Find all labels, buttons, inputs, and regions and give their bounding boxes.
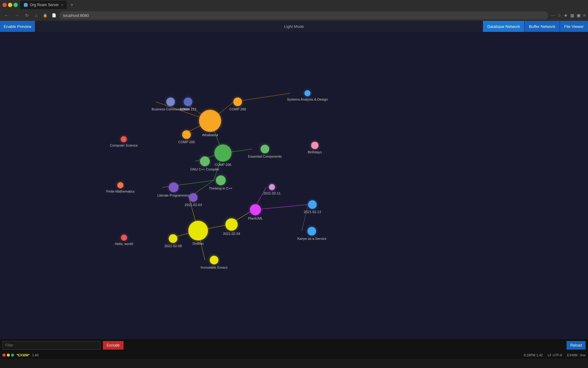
close-window-btn[interactable] (2, 3, 7, 7)
filter-input[interactable] (2, 341, 100, 350)
node-circle-immutable_emacs (210, 256, 218, 264)
refresh-button[interactable]: ↻ (23, 12, 31, 18)
browser-controls (2, 3, 18, 7)
node-birthdays[interactable]: Birthdays (308, 142, 322, 154)
node-label-athabasca: Athabasca (202, 133, 218, 137)
back-button[interactable]: ← (2, 12, 10, 18)
node-label-comp268: COMP 268 (229, 107, 246, 111)
home-button[interactable]: ⌂ (33, 12, 39, 18)
node-circle-comp268 (233, 98, 242, 106)
tab-close-btn[interactable]: × (61, 3, 63, 7)
maximize-window-btn[interactable] (13, 3, 18, 7)
node-athabasca[interactable]: Athabasca (199, 110, 221, 137)
status-mode: EXWM : line (567, 353, 586, 357)
node-business_comm[interactable]: Business Communication (152, 98, 190, 111)
url-input[interactable] (59, 11, 548, 19)
browser-titlebar: Org Roam Server × + (0, 0, 588, 10)
node-immutable_emacs[interactable]: Immutable Emacs (201, 256, 228, 269)
favorites-button[interactable]: ☆ (557, 13, 561, 18)
node-date_20210213[interactable]: 2021-02-13 (304, 200, 321, 214)
node-circle-date_20210208 (169, 234, 177, 243)
node-computer_science[interactable]: Computer Science (110, 136, 138, 147)
minimize-window-btn[interactable] (8, 3, 12, 7)
database-network-button[interactable]: Database Network (483, 21, 524, 32)
node-gnu_cpp[interactable]: GNU C++ Compiler (190, 156, 219, 171)
node-label-date_20210203: 2021-02-03 (185, 203, 202, 207)
node-hello_world[interactable]: Hello, world! (115, 235, 134, 246)
node-kanye[interactable]: Kanye as a Service (297, 227, 326, 240)
node-label-immutable_emacs: Immutable Emacs (201, 266, 228, 269)
tab-title: Org Roam Server (30, 3, 59, 7)
node-circle-essential_components (261, 145, 269, 153)
status-time: 8:18PM 1.42 (524, 353, 543, 357)
tab-favicon (24, 3, 28, 7)
app-toolbar: Enable Preview Light Mode Database Netwo… (0, 21, 588, 32)
node-circle-systems_analysis (304, 90, 311, 96)
node-label-date_20210211: 2021-02-11 (263, 191, 281, 195)
file-viewer-button[interactable]: File Viewer (560, 21, 588, 32)
node-label-essential_components: Essential Components (248, 155, 282, 158)
node-comp268[interactable]: COMP 268 (229, 98, 246, 111)
buffer-network-button[interactable]: Buffer Network (524, 21, 560, 32)
status-dot-red (2, 354, 6, 357)
node-date_20210208[interactable]: 2021-02-08 (164, 234, 182, 248)
exclude-button[interactable]: Exclude (103, 341, 123, 350)
node-label-computer_science: Computer Science (110, 144, 138, 147)
status-bar: *EXWM* 1 All 8:18PM 1.42 LF UTF-8 EXWM :… (0, 351, 588, 359)
sidebar-toggle-button[interactable]: ▦ (570, 13, 574, 18)
node-thinking_cpp[interactable]: Thinking in C++ (209, 175, 232, 190)
node-circle-comp200 (182, 130, 191, 139)
status-dot-green (11, 354, 14, 357)
node-circle-athabasca (199, 110, 221, 132)
node-systems_analysis[interactable]: Systems Analysis & Design (287, 90, 328, 101)
node-circle-finite_math (117, 182, 123, 188)
node-label-hello_world: Hello, world! (115, 242, 134, 246)
node-circle-gnu_cpp (200, 156, 210, 166)
node-essential_components[interactable]: Essential Components (248, 145, 282, 158)
graph-svg (0, 32, 588, 339)
workspace-name: *EXWM* (17, 353, 30, 357)
node-label-business_comm: Business Communication (152, 107, 190, 111)
light-mode-label: Light Mode (284, 24, 304, 29)
node-circle-birthdays (311, 142, 318, 149)
node-finite_math[interactable]: Finite Mathematics (106, 182, 134, 193)
star-button[interactable]: ★ (564, 13, 568, 18)
browser-menu-button[interactable]: ≡ (583, 13, 586, 18)
node-circle-date_20210204 (225, 218, 238, 231)
node-circle-date_20210203 (189, 193, 198, 202)
node-label-plantuml: PlantUML (248, 217, 263, 220)
status-dot-yellow (7, 354, 10, 357)
new-tab-button[interactable]: + (69, 2, 74, 8)
tab-manager-button[interactable]: ▣ (577, 13, 581, 18)
toolbar-nav-buttons: Database Network Buffer Network File Vie… (483, 21, 588, 32)
node-label-finite_math: Finite Mathematics (106, 190, 134, 193)
address-bar: ← → ↻ ⌂ 🔒 📄 ⋯ ☆ ★ ▦ ▣ ≡ (0, 10, 588, 21)
node-label-dotfiles: Dotfiles (193, 242, 204, 245)
node-plantuml[interactable]: PlantUML (248, 204, 263, 220)
node-dotfiles[interactable]: Dotfiles (188, 221, 208, 245)
node-date_20210203[interactable]: 2021-02-03 (185, 193, 202, 207)
node-label-date_20210208: 2021-02-08 (164, 244, 182, 248)
reload-button[interactable]: Reload (567, 341, 586, 350)
more-options-button[interactable]: ⋯ (551, 13, 555, 18)
enable-preview-button[interactable]: Enable Preview (0, 21, 35, 32)
forward-button[interactable]: → (13, 12, 21, 18)
node-label-systems_analysis: Systems Analysis & Design (287, 98, 328, 101)
node-circle-date_20210213 (308, 200, 317, 209)
status-dots (2, 354, 14, 357)
node-label-comp200: COMP 200 (178, 140, 195, 144)
node-circle-computer_science (121, 136, 127, 142)
node-date_20210211[interactable]: 2021-02-11 (263, 184, 281, 195)
node-circle-date_20210211 (269, 184, 275, 190)
node-label-kanye: Kanye as a Service (297, 237, 326, 240)
node-circle-kanye (307, 227, 316, 236)
browser-actions: ⋯ ☆ ★ ▦ ▣ ≡ (551, 13, 586, 18)
status-right: 8:18PM 1.42 LF UTF-8 EXWM : line (524, 353, 586, 357)
browser-tab[interactable]: Org Roam Server × (20, 1, 67, 9)
node-comp200[interactable]: COMP 200 (178, 130, 195, 144)
security-icon: 🔒 (42, 13, 49, 17)
node-label-birthdays: Birthdays (308, 150, 322, 154)
node-date_20210204[interactable]: 2021-02-04 (223, 218, 240, 236)
node-circle-business_comm (166, 98, 175, 106)
node-label-gnu_cpp: GNU C++ Compiler (190, 167, 219, 171)
